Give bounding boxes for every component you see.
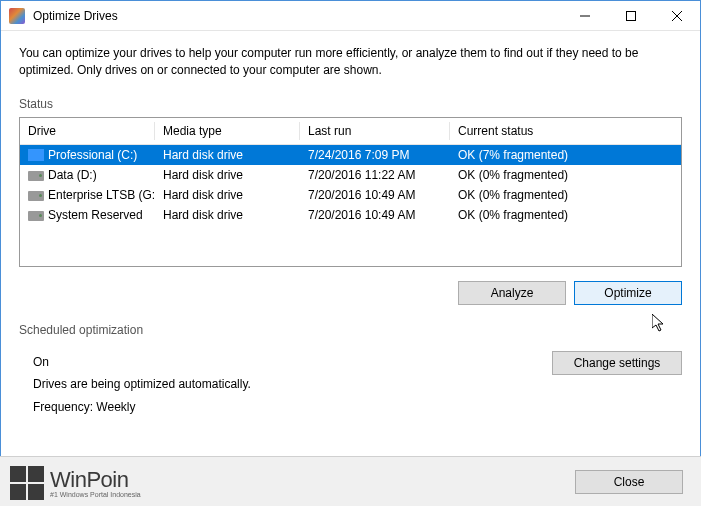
- column-drive[interactable]: Drive: [20, 122, 155, 140]
- schedule-desc: Drives are being optimized automatically…: [33, 373, 552, 396]
- schedule-frequency: Frequency: Weekly: [33, 396, 552, 419]
- drive-icon: [28, 149, 44, 161]
- drive-list-header: Drive Media type Last run Current status: [20, 118, 681, 145]
- drive-media: Hard disk drive: [155, 166, 300, 184]
- drive-status: OK (7% fragmented): [450, 146, 681, 164]
- drive-media: Hard disk drive: [155, 146, 300, 164]
- titlebar: Optimize Drives: [1, 1, 700, 31]
- change-settings-button[interactable]: Change settings: [552, 351, 682, 375]
- drive-list[interactable]: Drive Media type Last run Current status…: [19, 117, 682, 267]
- drive-name: Professional (C:): [48, 148, 137, 162]
- svg-rect-1: [627, 11, 636, 20]
- drive-name: System Reserved: [48, 208, 143, 222]
- drive-icon: [28, 191, 44, 201]
- maximize-button[interactable]: [608, 1, 654, 31]
- drive-last-run: 7/24/2016 7:09 PM: [300, 146, 450, 164]
- drive-row[interactable]: Enterprise LTSB (G:)Hard disk drive7/20/…: [20, 185, 681, 205]
- window-controls: [562, 1, 700, 31]
- minimize-button[interactable]: [562, 1, 608, 31]
- schedule-state: On: [33, 351, 552, 374]
- drive-status: OK (0% fragmented): [450, 166, 681, 184]
- drive-status: OK (0% fragmented): [450, 186, 681, 204]
- minimize-icon: [580, 11, 590, 21]
- drive-media: Hard disk drive: [155, 186, 300, 204]
- intro-text: You can optimize your drives to help you…: [19, 45, 659, 79]
- drive-icon: [28, 211, 44, 221]
- bottom-bar: Close: [0, 456, 701, 506]
- column-status[interactable]: Current status: [450, 122, 681, 140]
- close-icon: [672, 11, 682, 21]
- column-last-run[interactable]: Last run: [300, 122, 450, 140]
- drive-name: Enterprise LTSB (G:): [48, 188, 155, 202]
- app-icon: [9, 8, 25, 24]
- optimize-button[interactable]: Optimize: [574, 281, 682, 305]
- maximize-icon: [626, 11, 636, 21]
- drive-last-run: 7/20/2016 11:22 AM: [300, 166, 450, 184]
- drive-icon: [28, 171, 44, 181]
- column-media[interactable]: Media type: [155, 122, 300, 140]
- schedule-label: Scheduled optimization: [19, 323, 682, 337]
- status-label: Status: [19, 97, 682, 111]
- close-dialog-button[interactable]: Close: [575, 470, 683, 494]
- drive-name: Data (D:): [48, 168, 97, 182]
- drive-media: Hard disk drive: [155, 206, 300, 224]
- drive-row[interactable]: System ReservedHard disk drive7/20/2016 …: [20, 205, 681, 225]
- drive-row[interactable]: Data (D:)Hard disk drive7/20/2016 11:22 …: [20, 165, 681, 185]
- analyze-button[interactable]: Analyze: [458, 281, 566, 305]
- drive-last-run: 7/20/2016 10:49 AM: [300, 186, 450, 204]
- drive-last-run: 7/20/2016 10:49 AM: [300, 206, 450, 224]
- close-button[interactable]: [654, 1, 700, 31]
- action-buttons: Analyze Optimize: [19, 281, 682, 305]
- drive-row[interactable]: Professional (C:)Hard disk drive7/24/201…: [20, 145, 681, 165]
- content-area: You can optimize your drives to help you…: [1, 31, 700, 429]
- scheduled-optimization: Scheduled optimization On Drives are bei…: [19, 323, 682, 419]
- window-title: Optimize Drives: [33, 9, 562, 23]
- drive-status: OK (0% fragmented): [450, 206, 681, 224]
